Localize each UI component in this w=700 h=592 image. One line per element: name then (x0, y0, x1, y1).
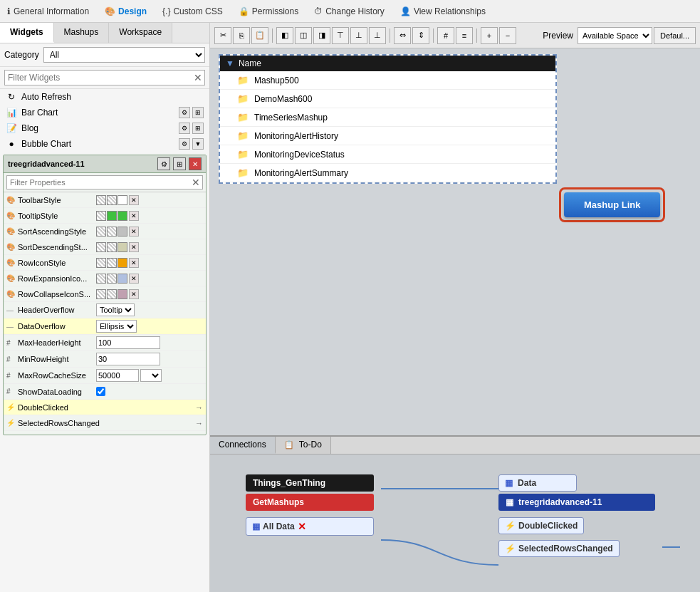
mashup-link-button[interactable]: Mashup Link (564, 192, 660, 217)
canvas-area[interactable]: ▼ Name 📁 Mashup500 📁 DemoMash600 📁 TimeS… (210, 48, 700, 435)
swatch2[interactable] (107, 289, 117, 299)
toolbar-paste-btn[interactable]: 📋 (251, 27, 268, 44)
filter-widgets-input[interactable] (4, 70, 205, 85)
category-select[interactable]: All (43, 47, 205, 63)
conn-things-gen[interactable]: Things_GenThing (246, 474, 374, 492)
component-settings-btn[interactable]: ⚙ (157, 157, 170, 170)
toolbar-zoom-out-btn[interactable]: − (499, 27, 516, 44)
toolbar-align-left-btn[interactable]: ◧ (276, 27, 293, 44)
conn-double-clicked[interactable]: ⚡ DoubleClicked (498, 517, 584, 534)
table-row[interactable]: 📁 DemoMash600 (220, 90, 555, 108)
default-btn[interactable]: Defaul... (654, 27, 696, 44)
widget-item-bar-chart[interactable]: 📊 Bar Chart ⚙ ⊞ (0, 105, 209, 120)
conn-treegrid-name[interactable]: ▦ treegridadvanced-11 (498, 494, 655, 511)
widget-action-config[interactable]: ⚙ (179, 138, 190, 150)
swatch3[interactable] (117, 274, 127, 284)
prop-clear-btn[interactable]: ✕ (129, 227, 139, 237)
swatch2[interactable] (107, 195, 117, 205)
widget-action-config[interactable]: ⚙ (179, 107, 190, 118)
component-close-btn[interactable]: ✕ (189, 157, 202, 170)
tab-mashups[interactable]: Mashups (54, 23, 110, 43)
swatch1[interactable] (96, 289, 106, 299)
toolbar-align-right-btn[interactable]: ◨ (313, 27, 330, 44)
tab-widgets[interactable]: Widgets (0, 23, 54, 43)
table-row[interactable]: 📁 TimeSeriesMashup (220, 108, 555, 127)
swatch1[interactable] (96, 242, 106, 252)
nav-general-info[interactable]: ℹ General Information (6, 4, 90, 19)
conn-data-out[interactable]: ▦ Data (498, 474, 577, 492)
toolbar-zoom-in-btn[interactable]: + (481, 27, 498, 44)
toolbar-grid-btn[interactable]: # (437, 27, 454, 44)
min-row-height-input[interactable] (96, 353, 160, 365)
nav-custom-css[interactable]: {.} Custom CSS (161, 4, 224, 19)
swatch2[interactable] (107, 274, 117, 284)
nav-change-history[interactable]: ⏱ Change History (313, 4, 386, 19)
conn-delete-btn[interactable]: ✕ (298, 521, 306, 532)
hash-icon: — (6, 323, 18, 331)
prop-clear-btn[interactable]: ✕ (129, 258, 139, 268)
nav-view-relationships[interactable]: 👤 View Relationships (399, 4, 487, 19)
tab-todo[interactable]: 📋 To-Do (276, 437, 331, 454)
max-header-height-input[interactable] (96, 336, 160, 349)
conn-all-data[interactable]: ▦ All Data ✕ (246, 517, 374, 536)
swatch3[interactable] (117, 211, 127, 221)
prop-clear-btn[interactable]: ✕ (129, 211, 139, 221)
prop-filter-input[interactable] (6, 175, 203, 189)
swatch3[interactable] (117, 258, 127, 268)
toolbar-layers-btn[interactable]: ≡ (456, 27, 473, 44)
toolbar-distribute-v-btn[interactable]: ⇕ (412, 27, 429, 44)
swatch1[interactable] (96, 258, 106, 268)
max-row-cache-input[interactable] (96, 369, 139, 382)
toolbar-distribute-h-btn[interactable]: ⇔ (394, 27, 411, 44)
conn-get-mashups[interactable]: GetMashups (246, 494, 374, 511)
swatch1[interactable] (96, 211, 106, 221)
max-row-cache-unit[interactable] (140, 369, 162, 382)
tab-workspace[interactable]: Workspace (109, 23, 172, 43)
prop-clear-btn[interactable]: ✕ (129, 195, 139, 205)
filter-clear-icon[interactable]: ✕ (194, 72, 202, 83)
widget-item-auto-refresh[interactable]: ↻ Auto Refresh (0, 89, 209, 105)
swatch3[interactable] (117, 227, 127, 237)
swatch1[interactable] (96, 195, 106, 205)
swatch2[interactable] (107, 211, 117, 221)
nav-design[interactable]: 🎨 Design (103, 4, 148, 19)
prop-clear-btn[interactable]: ✕ (129, 274, 139, 284)
widget-item-blog[interactable]: 📝 Blog ⚙ ⊞ (0, 120, 209, 136)
swatch2[interactable] (107, 242, 117, 252)
preview-select[interactable]: Available Space (578, 27, 652, 44)
treegrid-widget[interactable]: ▼ Name 📁 Mashup500 📁 DemoMash600 📁 TimeS… (219, 54, 557, 184)
data-overflow-select[interactable]: Ellipsis (96, 320, 137, 333)
swatch3[interactable] (117, 289, 127, 299)
tab-connections[interactable]: Connections (210, 437, 276, 454)
swatch3[interactable] (117, 242, 127, 252)
swatch1[interactable] (96, 274, 106, 284)
component-move-btn[interactable]: ⊞ (173, 157, 186, 170)
toolbar-align-bottom-btn[interactable]: ⊥ (369, 27, 386, 44)
swatch1[interactable] (96, 227, 106, 237)
widget-action-expand[interactable]: ▼ (192, 138, 204, 150)
toolbar-align-top-btn[interactable]: ⊤ (332, 27, 349, 44)
swatch2[interactable] (107, 258, 117, 268)
toolbar-copy-btn[interactable]: ⎘ (233, 27, 250, 44)
toolbar-align-middle-btn[interactable]: ⊥ (350, 27, 367, 44)
widget-action-drag[interactable]: ⊞ (192, 123, 204, 134)
swatch3[interactable] (117, 195, 127, 205)
widget-item-bubble-chart[interactable]: ● Bubble Chart ⚙ ▼ (0, 136, 209, 152)
toolbar-align-center-btn[interactable]: ◫ (295, 27, 312, 44)
table-row[interactable]: 📁 MonitoringAlertHistory (220, 127, 555, 145)
prop-clear-btn[interactable]: ✕ (129, 289, 139, 299)
toolbar-cut-btn[interactable]: ✂ (214, 27, 231, 44)
widget-action-drag[interactable]: ⊞ (192, 107, 204, 118)
swatch2[interactable] (107, 227, 117, 237)
treegrid-collapse-icon[interactable]: ▼ (226, 58, 234, 68)
prop-filter-clear-icon[interactable]: ✕ (192, 177, 200, 188)
prop-clear-btn[interactable]: ✕ (129, 242, 139, 252)
nav-permissions[interactable]: 🔒 Permissions (237, 4, 300, 19)
show-data-loading-checkbox[interactable] (96, 387, 105, 396)
table-row[interactable]: 📁 MonitoringAlertSummary (220, 164, 555, 182)
table-row[interactable]: 📁 Mashup500 (220, 71, 555, 90)
conn-selected-rows[interactable]: ⚡ SelectedRowsChanged (498, 540, 620, 557)
widget-action-config[interactable]: ⚙ (179, 123, 190, 134)
table-row[interactable]: 📁 MonitoringDeviceStatus (220, 145, 555, 164)
header-overflow-select[interactable]: Tooltip (96, 303, 135, 316)
